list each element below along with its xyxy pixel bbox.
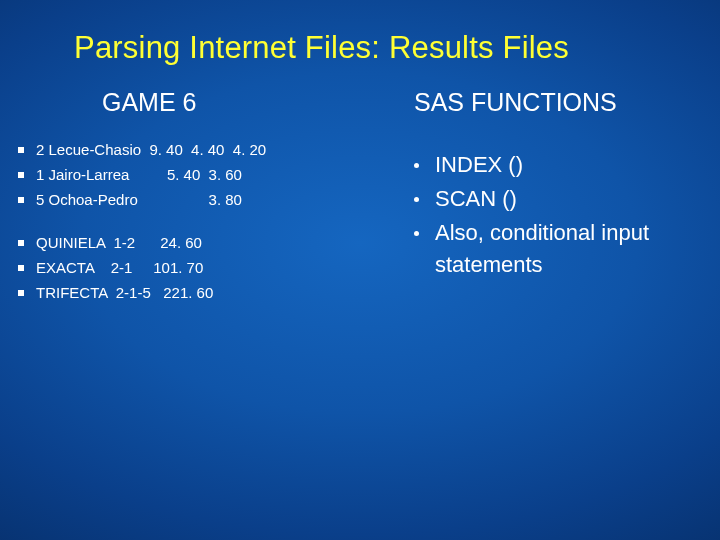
function-text: SCAN () — [435, 183, 718, 215]
bet-line: TRIFECTA 2-1-5 221. 60 — [36, 280, 213, 305]
bet-line: EXACTA 2-1 101. 70 — [36, 255, 203, 280]
dot-bullet-icon — [414, 163, 419, 168]
bet-line: QUINIELA 1-2 24. 60 — [36, 230, 202, 255]
square-bullet-icon — [18, 172, 24, 178]
result-line: 5 Ochoa-Pedro 3. 80 — [36, 187, 242, 212]
list-item: Also, conditional input statements — [414, 217, 718, 281]
square-bullet-icon — [18, 240, 24, 246]
result-line: 1 Jairo-Larrea 5. 40 3. 60 — [36, 162, 242, 187]
square-bullet-icon — [18, 265, 24, 271]
results-block: 2 Lecue-Chasio 9. 40 4. 40 4. 20 1 Jairo… — [18, 137, 408, 212]
list-item: QUINIELA 1-2 24. 60 — [18, 230, 408, 255]
square-bullet-icon — [18, 147, 24, 153]
right-column: SAS FUNCTIONS INDEX () SCAN () Also, con… — [408, 88, 718, 323]
right-heading: SAS FUNCTIONS — [408, 88, 718, 117]
left-heading: GAME 6 — [18, 88, 408, 117]
function-text: Also, conditional input statements — [435, 217, 718, 281]
square-bullet-icon — [18, 197, 24, 203]
result-line: 2 Lecue-Chasio 9. 40 4. 40 4. 20 — [36, 137, 266, 162]
list-item: SCAN () — [414, 183, 718, 215]
content-columns: GAME 6 2 Lecue-Chasio 9. 40 4. 40 4. 20 … — [0, 66, 720, 323]
dot-bullet-icon — [414, 231, 419, 236]
list-item: INDEX () — [414, 149, 718, 181]
list-item: 2 Lecue-Chasio 9. 40 4. 40 4. 20 — [18, 137, 408, 162]
list-item: 5 Ochoa-Pedro 3. 80 — [18, 187, 408, 212]
slide: Parsing Internet Files: Results Files GA… — [0, 0, 720, 540]
dot-bullet-icon — [414, 197, 419, 202]
list-item: 1 Jairo-Larrea 5. 40 3. 60 — [18, 162, 408, 187]
functions-list: INDEX () SCAN () Also, conditional input… — [408, 137, 718, 281]
slide-title: Parsing Internet Files: Results Files — [0, 0, 720, 66]
list-item: TRIFECTA 2-1-5 221. 60 — [18, 280, 408, 305]
left-column: GAME 6 2 Lecue-Chasio 9. 40 4. 40 4. 20 … — [0, 88, 408, 323]
square-bullet-icon — [18, 290, 24, 296]
list-item: EXACTA 2-1 101. 70 — [18, 255, 408, 280]
function-text: INDEX () — [435, 149, 718, 181]
bets-block: QUINIELA 1-2 24. 60 EXACTA 2-1 101. 70 T… — [18, 230, 408, 305]
